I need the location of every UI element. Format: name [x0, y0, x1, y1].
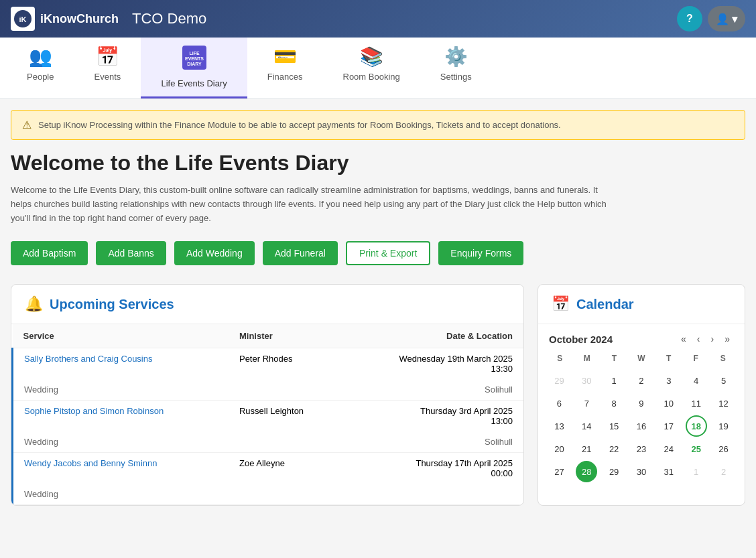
calendar-day[interactable]: 17	[658, 415, 680, 437]
service-type-1: Wedding	[13, 379, 229, 401]
page-description: Welcome to the Life Events Diary, this c…	[11, 184, 614, 225]
service-name-3: Wendy Jacobs and Benny Sminnn	[13, 453, 229, 484]
col-minister: Minister	[229, 324, 343, 348]
calendar-day[interactable]: 1	[686, 461, 707, 482]
service-type-3: Wedding	[13, 484, 229, 505]
date-3: Thursday 17th April 2025 00:00	[343, 453, 523, 484]
svg-text:iK: iK	[19, 15, 27, 23]
nav-tabs-bar: 👥 People 📅 Events LIFE EVENTS DIARY Life…	[0, 38, 756, 99]
calendar-day[interactable]: 30	[576, 370, 597, 391]
calendar-next-button[interactable]: ›	[707, 332, 718, 346]
calendar-day[interactable]: 5	[713, 370, 735, 391]
add-baptism-button[interactable]: Add Baptism	[11, 241, 88, 265]
service-link-1[interactable]: Sally Brothers and Craig Cousins	[24, 354, 152, 364]
tab-settings[interactable]: ⚙️ Settings	[420, 38, 492, 98]
calendar-day[interactable]: 11	[686, 393, 707, 414]
tab-finances[interactable]: 💳 Finances	[247, 38, 323, 98]
upcoming-services-panel: 🔔 Upcoming Services Service Minister Dat…	[11, 284, 524, 506]
calendar-day[interactable]: 7	[576, 393, 597, 414]
calendar-day[interactable]: 6	[548, 393, 570, 414]
calendar-day[interactable]: 22	[603, 438, 625, 460]
calendar-day[interactable]: 30	[631, 461, 652, 482]
calendar-day[interactable]: 23	[631, 438, 652, 460]
table-row: Wedding Solihull	[13, 431, 524, 453]
calendar-day[interactable]: 28	[576, 461, 597, 482]
calendar-day[interactable]: 12	[713, 393, 735, 414]
calendar-nav-buttons: « ‹ › »	[677, 332, 734, 346]
calendar-day[interactable]: 27	[548, 461, 570, 482]
calendar-day[interactable]: 2	[631, 370, 652, 391]
service-link-3[interactable]: Wendy Jacobs and Benny Sminnn	[24, 458, 158, 468]
col-service: Service	[13, 324, 229, 348]
calendar-title: Calendar	[576, 297, 634, 312]
enquiry-forms-button[interactable]: Enquiry Forms	[438, 241, 523, 265]
table-row: Sally Brothers and Craig Cousins Peter R…	[13, 348, 524, 380]
calendar-day[interactable]: 8	[603, 393, 625, 414]
app-header: iK iKnowChurch TCO Demo ? 👤 ▾	[0, 0, 756, 38]
logo-icon: iK	[11, 7, 35, 31]
finances-icon: 💳	[273, 46, 297, 68]
minister-3: Zoe Alleyne	[229, 453, 343, 484]
tab-life-events-diary[interactable]: LIFE EVENTS DIARY Life Events Diary	[141, 38, 247, 98]
calendar-prev-button[interactable]: ‹	[693, 332, 704, 346]
calendar-day[interactable]: 15	[603, 415, 625, 437]
add-wedding-button[interactable]: Add Wedding	[174, 241, 255, 265]
calendar-day[interactable]: 3	[658, 370, 680, 391]
calendar-day[interactable]: 4	[686, 370, 707, 391]
user-dropdown-arrow: ▾	[732, 13, 737, 25]
calendar-day[interactable]: 29	[603, 461, 625, 482]
calendar-month: October 2024	[549, 334, 613, 345]
calendar-day[interactable]: 26	[713, 438, 735, 460]
location-2: Solihull	[343, 431, 523, 453]
add-funeral-button[interactable]: Add Funeral	[263, 241, 338, 265]
calendar-day[interactable]: 16	[631, 415, 652, 437]
help-button[interactable]: ?	[677, 6, 702, 31]
calendar-day[interactable]: 10	[658, 393, 680, 414]
services-table-scroll[interactable]: Service Minister Date & Location Sally B…	[11, 324, 523, 505]
upcoming-services-header: 🔔 Upcoming Services	[11, 285, 523, 324]
action-buttons: Add Baptism Add Banns Add Wedding Add Fu…	[11, 241, 745, 265]
upcoming-services-title: Upcoming Services	[50, 297, 174, 312]
calendar-day[interactable]: 29	[548, 370, 570, 391]
calendar-day[interactable]: 20	[548, 438, 570, 460]
add-banns-button[interactable]: Add Banns	[96, 241, 166, 265]
date-1: Wednesday 19th March 2025 13:30	[343, 348, 523, 380]
day-header-w: W	[628, 351, 655, 366]
service-link-2[interactable]: Sophie Pitstop and Simon Robinson	[24, 406, 164, 416]
tab-room-booking[interactable]: 📚 Room Booking	[323, 38, 420, 98]
calendar-panel: 📅 Calendar October 2024 « ‹ › » S M T W	[538, 284, 745, 506]
tab-room-booking-label: Room Booking	[343, 72, 400, 82]
user-menu-button[interactable]: 👤 ▾	[708, 6, 745, 31]
header-title: TCO Demo	[132, 10, 206, 27]
minister-2: Russell Leighton	[229, 401, 343, 432]
tab-life-events-label: Life Events Diary	[161, 78, 227, 88]
calendar-day[interactable]: 21	[576, 438, 597, 460]
tab-events-label: Events	[94, 72, 121, 82]
calendar-header: 📅 Calendar	[538, 285, 745, 324]
calendar-day[interactable]: 9	[631, 393, 652, 414]
calendar-day[interactable]: 13	[548, 415, 570, 437]
logo-text: iKnowChurch	[40, 12, 119, 26]
calendar-last-button[interactable]: »	[720, 332, 734, 346]
calendar-day[interactable]: 2	[713, 461, 735, 482]
calendar-first-button[interactable]: «	[677, 332, 690, 346]
table-row: Sophie Pitstop and Simon Robinson Russel…	[13, 401, 524, 432]
calendar-day[interactable]: 18	[686, 415, 707, 437]
calendar-day[interactable]: 1	[603, 370, 625, 391]
user-icon: 👤	[716, 13, 729, 25]
page-title: Welcome to the Life Events Diary	[11, 151, 745, 176]
calendar-day[interactable]: 24	[658, 438, 680, 460]
setup-alert: ⚠ Setup iKnow Processing within the Fina…	[11, 110, 745, 140]
calendar-day[interactable]: 31	[658, 461, 680, 482]
print-export-button[interactable]: Print & Export	[346, 241, 430, 265]
minister-1: Peter Rhodes	[229, 348, 343, 380]
calendar-icon: 📅	[552, 295, 570, 313]
calendar-day[interactable]: 14	[576, 415, 597, 437]
calendar-day[interactable]: 25	[686, 438, 707, 460]
calendar-days-header: S M T W T F S	[546, 351, 737, 366]
tab-events[interactable]: 📅 Events	[74, 38, 141, 98]
app-logo: iK iKnowChurch	[11, 7, 119, 31]
tab-people[interactable]: 👥 People	[7, 38, 74, 98]
service-name-2: Sophie Pitstop and Simon Robinson	[13, 401, 229, 432]
calendar-day[interactable]: 19	[713, 415, 735, 437]
